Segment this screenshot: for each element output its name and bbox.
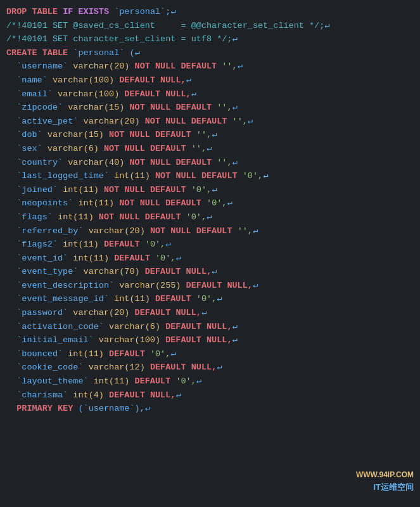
code-line: /*!40101 SET character_set_client = utf8… [6,32,414,46]
code-container: DROP TABLE IF EXISTS `personal`;↵/*!4010… [0,0,420,507]
watermark-title: IT运维空间 [356,481,414,494]
code-line: `country` varchar(40) NOT NULL DEFAULT '… [6,156,414,170]
code-line: `bounced` int(11) DEFAULT '0',↵ [6,347,414,361]
watermark: WWW.94IP.COM IT运维空间 [356,469,414,494]
code-line: `active_pet` varchar(20) NOT NULL DEFAUL… [6,115,414,129]
code-line: `event_description` varchar(255) DEFAULT… [6,279,414,293]
code-line: `flags` int(11) NOT NULL DEFAULT '0',↵ [6,210,414,224]
code-line: DROP TABLE IF EXISTS `personal`;↵ [6,5,414,19]
code-line: `event_message_id` int(11) DEFAULT '0',↵ [6,292,414,306]
code-line: `flags2` int(11) DEFAULT '0',↵ [6,238,414,252]
code-line: PRIMARY KEY (`username`),↵ [6,402,414,416]
code-line: `charisma` int(4) DEFAULT NULL,↵ [6,388,414,402]
code-line: `layout_theme` int(11) DEFAULT '0',↵ [6,375,414,388]
code-line: `event_id` int(11) DEFAULT '0',↵ [6,252,414,266]
code-line: `email` varchar(100) DEFAULT NULL,↵ [6,87,414,101]
code-line: `zipcode` varchar(15) NOT NULL DEFAULT '… [6,101,414,115]
code-line: `dob` varchar(15) NOT NULL DEFAULT '',↵ [6,128,414,142]
watermark-url: WWW.94IP.COM [356,469,414,481]
code-line: `last_logged_time` int(11) NOT NULL DEFA… [6,169,414,183]
code-line: `username` varchar(20) NOT NULL DEFAULT … [6,60,414,74]
code-line: `cookie_code` varchar(12) DEFAULT NULL,↵ [6,361,414,375]
code-line: `joined` int(11) NOT NULL DEFAULT '0',↵ [6,183,414,197]
code-line: `referred_by` varchar(20) NOT NULL DEFAU… [6,224,414,238]
code-line: `neopoints` int(11) NOT NULL DEFAULT '0'… [6,196,414,210]
code-line: `password` varchar(20) DEFAULT NULL,↵ [6,306,414,320]
code-line: `sex` varchar(6) NOT NULL DEFAULT '',↵ [6,142,414,156]
code-line: `name` varchar(100) DEFAULT NULL,↵ [6,74,414,87]
code-block: DROP TABLE IF EXISTS `personal`;↵/*!4010… [6,5,414,416]
code-line: `event_type` varchar(70) DEFAULT NULL,↵ [6,265,414,279]
code-line: `initial_email` varchar(100) DEFAULT NUL… [6,333,414,347]
code-line: /*!40101 SET @saved_cs_client = @@charac… [6,19,414,33]
code-line: `activation_code` varchar(6) DEFAULT NUL… [6,320,414,334]
code-line: CREATE TABLE `personal` (↵ [6,46,414,60]
